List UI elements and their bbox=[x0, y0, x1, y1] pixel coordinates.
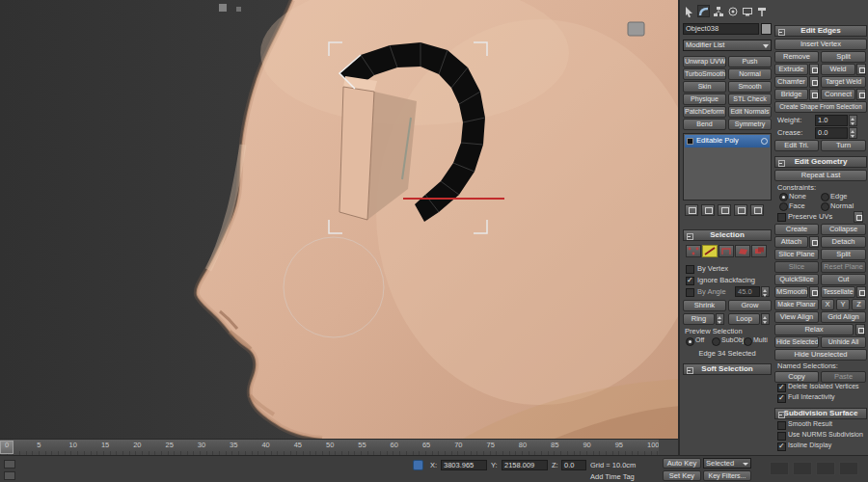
msmooth-settings-button[interactable] bbox=[809, 286, 819, 298]
timeline-ruler[interactable]: 0510152025303540455055606570758085909510… bbox=[0, 439, 659, 455]
modifier-button[interactable]: Symmetry bbox=[728, 119, 772, 130]
copy-button[interactable]: Copy bbox=[774, 371, 819, 383]
hide-unselected-button[interactable]: Hide Unselected bbox=[774, 349, 867, 361]
selection-rollout-header[interactable]: Selection bbox=[683, 229, 772, 241]
modifier-list-dropdown[interactable]: Modifier List bbox=[683, 40, 772, 51]
tab-display-icon[interactable] bbox=[741, 5, 753, 17]
selection-lock-icon[interactable] bbox=[413, 460, 423, 470]
by-vertex-checkbox[interactable] bbox=[686, 265, 694, 274]
pin-stack-icon[interactable] bbox=[685, 204, 698, 216]
edit-geometry-rollout-header[interactable]: Edit Geometry bbox=[774, 156, 867, 168]
shrink-button[interactable]: Shrink bbox=[683, 300, 726, 311]
weight-field[interactable]: 1.0 bbox=[815, 115, 848, 126]
visibility-icon[interactable] bbox=[761, 138, 768, 145]
use-nurms-checkbox[interactable] bbox=[777, 432, 786, 441]
key-filters-button[interactable]: Key Filters... bbox=[703, 470, 751, 481]
make-unique-icon[interactable] bbox=[718, 204, 731, 216]
modifier-button[interactable]: Normal bbox=[728, 68, 772, 80]
y-coord-field[interactable]: 2158.009 bbox=[502, 460, 548, 470]
weight-spinner[interactable] bbox=[849, 115, 857, 126]
weld-button[interactable]: Weld bbox=[821, 64, 855, 75]
modifier-stack[interactable]: Editable Poly bbox=[683, 133, 772, 201]
chamfer-settings-button[interactable] bbox=[809, 76, 819, 88]
border-subobject-icon[interactable] bbox=[719, 245, 734, 257]
set-key-button[interactable]: Set Key bbox=[663, 470, 701, 481]
ignore-backfacing-checkbox[interactable] bbox=[686, 277, 694, 285]
orbit-nav-icon[interactable] bbox=[839, 462, 858, 475]
view-align-button[interactable]: View Align bbox=[774, 311, 819, 323]
slice-plane-button[interactable]: Slice Plane bbox=[774, 249, 819, 260]
edit-edges-rollout-header[interactable]: Edit Edges bbox=[774, 25, 867, 37]
constraint-face-radio[interactable] bbox=[779, 202, 788, 211]
modifier-button[interactable]: Push bbox=[728, 56, 772, 67]
delete-isolated-checkbox[interactable] bbox=[777, 384, 786, 392]
make-planar-button[interactable]: Make Planar bbox=[774, 299, 819, 310]
bridge-settings-button[interactable] bbox=[809, 89, 819, 100]
chamfer-button[interactable]: Chamfer bbox=[774, 76, 808, 88]
remove-button[interactable]: Remove bbox=[774, 51, 819, 63]
attach-settings-button[interactable] bbox=[809, 236, 819, 248]
attach-button[interactable]: Attach bbox=[774, 236, 808, 248]
quickslice-button[interactable]: QuickSlice bbox=[774, 274, 819, 285]
vertex-subobject-icon[interactable] bbox=[686, 245, 701, 257]
preview-off-radio[interactable] bbox=[686, 337, 694, 346]
element-subobject-icon[interactable] bbox=[751, 245, 767, 257]
modifier-button[interactable]: Bend bbox=[683, 119, 726, 130]
tab-hierarchy-icon[interactable] bbox=[712, 5, 724, 17]
target-weld-button[interactable]: Target Weld bbox=[821, 76, 866, 88]
hide-selected-button[interactable]: Hide Selected bbox=[774, 336, 819, 348]
connect-settings-button[interactable] bbox=[856, 89, 866, 100]
tessellate-button[interactable]: Tessellate bbox=[821, 286, 855, 298]
pan-nav-icon[interactable] bbox=[816, 462, 835, 475]
preview-multi-radio[interactable] bbox=[744, 337, 752, 346]
weld-settings-button[interactable] bbox=[856, 64, 866, 75]
unhide-all-button[interactable]: Unhide All bbox=[821, 336, 866, 348]
grow-button[interactable]: Grow bbox=[728, 300, 772, 311]
insert-vertex-button[interactable]: Insert Vertex bbox=[774, 39, 867, 50]
zoom-nav-icon[interactable] bbox=[770, 462, 789, 475]
modifier-button[interactable]: TurboSmooth bbox=[683, 68, 726, 80]
by-angle-field[interactable]: 45.0 bbox=[735, 286, 760, 297]
bridge-button[interactable]: Bridge bbox=[774, 89, 808, 100]
modifier-button[interactable]: STL Check bbox=[728, 94, 772, 105]
constraint-edge-radio[interactable] bbox=[821, 193, 829, 201]
create-button[interactable]: Create bbox=[774, 224, 819, 235]
z-coord-field[interactable]: 0.0 bbox=[561, 460, 586, 470]
collapse-button[interactable]: Collapse bbox=[821, 224, 866, 235]
object-name-field[interactable]: Object038 bbox=[683, 23, 759, 35]
constraint-normal-radio[interactable] bbox=[821, 202, 829, 211]
by-angle-spinner[interactable] bbox=[761, 286, 770, 297]
relax-settings-button[interactable] bbox=[855, 324, 865, 335]
tab-create-icon[interactable] bbox=[683, 5, 695, 17]
preserve-uvs-settings-button[interactable] bbox=[854, 211, 863, 223]
by-angle-checkbox[interactable] bbox=[686, 288, 694, 297]
modifier-button[interactable]: Physique bbox=[683, 94, 726, 105]
ring-button[interactable]: Ring bbox=[683, 313, 715, 325]
planar-z-button[interactable]: Z bbox=[852, 299, 866, 310]
grid-align-button[interactable]: Grid Align bbox=[821, 311, 866, 323]
configure-modifier-sets-icon[interactable] bbox=[750, 204, 764, 216]
cut-button[interactable]: Cut bbox=[821, 274, 866, 285]
planar-x-button[interactable]: X bbox=[821, 299, 834, 310]
modifier-button[interactable]: Unwrap UVW bbox=[683, 56, 726, 67]
constraint-none-radio[interactable] bbox=[779, 193, 788, 201]
stack-active-row[interactable]: Editable Poly bbox=[685, 135, 770, 147]
tab-modify-icon[interactable] bbox=[697, 5, 710, 17]
extrude-settings-button[interactable] bbox=[809, 64, 819, 75]
crease-field[interactable]: 0.0 bbox=[815, 127, 848, 139]
loop-button[interactable]: Loop bbox=[728, 313, 760, 325]
modifier-button[interactable]: Skin bbox=[683, 81, 726, 93]
modifier-button[interactable]: Smooth bbox=[728, 81, 772, 93]
loop-spinner[interactable] bbox=[761, 313, 770, 325]
tab-motion-icon[interactable] bbox=[726, 5, 739, 17]
polygon-subobject-icon[interactable] bbox=[735, 245, 750, 257]
planar-y-button[interactable]: Y bbox=[836, 299, 850, 310]
relax-button[interactable]: Relax bbox=[774, 324, 854, 335]
auto-key-button[interactable]: Auto Key bbox=[663, 458, 701, 469]
modifier-button[interactable]: PatchDeform bbox=[683, 106, 726, 118]
selected-mode-dropdown[interactable]: Selected bbox=[703, 458, 751, 469]
msmooth-button[interactable]: MSmooth bbox=[774, 286, 808, 298]
edge-subobject-icon[interactable] bbox=[702, 245, 718, 257]
connect-button[interactable]: Connect bbox=[821, 89, 855, 100]
crease-spinner[interactable] bbox=[849, 127, 857, 139]
